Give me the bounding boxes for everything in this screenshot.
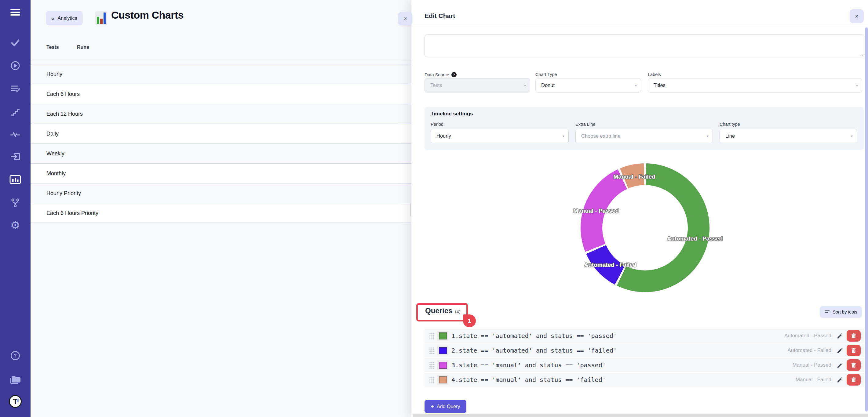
bottom-scrollbar-track[interactable] — [413, 414, 868, 417]
drag-handle-icon[interactable] — [429, 347, 434, 354]
description-textarea[interactable] — [425, 34, 864, 57]
query-label: Manual - Failed — [796, 377, 831, 383]
chevron-down-icon: ▾ — [707, 134, 709, 138]
page-title: Custom Charts — [111, 9, 184, 21]
app-sidebar: ⚙ ? T — [0, 0, 31, 417]
query-text: 1.state == 'automated' and status == 'pa… — [452, 332, 617, 340]
list-item-daily[interactable]: Daily — [31, 124, 413, 143]
tab-runs[interactable]: Runs — [77, 44, 89, 50]
help-badge-icon[interactable]: ? — [452, 72, 457, 77]
list-item-hourly-priority[interactable]: Hourly Priority — [31, 183, 413, 203]
edit-query-icon[interactable] — [836, 347, 843, 354]
donut-label-manual-failed: Manual - Failed — [613, 173, 655, 180]
extra-line-select[interactable]: Choose extra line ▾ — [576, 129, 713, 143]
play-circle-icon[interactable] — [0, 61, 31, 70]
close-icon: × — [403, 15, 407, 22]
edit-chart-drawer: Edit Chart × Data Source ? Chart Type La… — [411, 0, 868, 417]
query-color-swatch[interactable] — [437, 331, 448, 341]
folder-icon[interactable] — [0, 374, 31, 385]
queries-heading: Queries(4) — [425, 307, 461, 315]
chevron-down-icon: ▾ — [635, 83, 637, 88]
timeline-chart-type-label: Chart type — [719, 122, 740, 127]
data-source-label: Data Source ? — [425, 72, 457, 77]
donut-label-manual-passed: Manual - Passed — [574, 207, 619, 214]
plus-icon: + — [431, 403, 434, 410]
sort-by-tests-button[interactable]: Sort by tests — [820, 306, 862, 318]
trash-icon — [851, 333, 856, 339]
tab-tests[interactable]: Tests — [46, 44, 59, 50]
query-text: 4.state == 'manual' and status == 'faile… — [452, 376, 606, 383]
query-row[interactable]: 3.state == 'manual' and status == 'passe… — [425, 358, 864, 372]
donut-chart — [581, 163, 710, 292]
timeline-chart-type-select[interactable]: Line ▾ — [719, 129, 857, 143]
trash-icon — [851, 362, 856, 368]
labels-label: Labels — [648, 72, 661, 77]
donut-label-automated-failed: Automated - Failed — [584, 262, 636, 268]
branch-icon[interactable] — [0, 198, 31, 207]
edit-query-icon[interactable] — [836, 332, 843, 340]
queries-count: (4) — [455, 309, 460, 314]
delete-query-button[interactable] — [847, 345, 861, 356]
query-color-swatch[interactable] — [437, 346, 448, 355]
query-label: Automated - Passed — [784, 333, 831, 339]
query-label: Automated - Failed — [787, 347, 831, 353]
list-item-weekly[interactable]: Weekly — [31, 143, 413, 163]
trash-icon — [851, 348, 856, 353]
donut-hole — [602, 185, 688, 270]
steps-icon[interactable] — [0, 107, 31, 116]
back-label: Analytics — [58, 15, 77, 21]
close-icon: × — [855, 13, 859, 20]
data-source-select[interactable]: Tests ▾ — [425, 78, 530, 93]
drawer-scrollbar[interactable] — [865, 28, 868, 412]
query-row[interactable]: 2.state == 'automated' and status == 'fa… — [425, 344, 864, 357]
query-color-swatch[interactable] — [437, 360, 448, 370]
trash-icon — [851, 377, 856, 383]
sign-in-icon[interactable] — [0, 152, 31, 161]
logo-tick — [17, 399, 19, 402]
drag-handle-icon[interactable] — [429, 376, 434, 383]
chart-type-select[interactable]: Donut ▾ — [535, 78, 641, 93]
back-chevron-icon: « — [51, 15, 55, 22]
query-text: 3.state == 'manual' and status == 'passe… — [452, 361, 606, 369]
menu-icon[interactable] — [0, 8, 31, 17]
drag-handle-icon[interactable] — [429, 332, 434, 340]
query-row[interactable]: 4.state == 'manual' and status == 'faile… — [425, 373, 864, 387]
bar-chart-icon[interactable] — [0, 174, 31, 184]
delete-query-button[interactable] — [847, 374, 861, 386]
query-color-swatch[interactable] — [437, 375, 448, 385]
period-select[interactable]: Hourly ▾ — [431, 129, 569, 143]
delete-query-button[interactable] — [847, 359, 861, 371]
list-item-monthly[interactable]: Monthly — [31, 163, 413, 183]
pulse-icon[interactable] — [0, 130, 31, 138]
list-item-hourly[interactable]: Hourly — [31, 64, 413, 84]
edit-query-icon[interactable] — [836, 376, 843, 383]
timeline-settings-card: Timeline settings Period Extra Line Char… — [425, 107, 864, 150]
drawer-close-left-button[interactable]: × — [398, 12, 412, 25]
check-icon[interactable] — [0, 38, 31, 47]
drawer-header-divider — [411, 26, 868, 26]
logo[interactable]: T — [0, 395, 31, 408]
chevron-down-icon: ▾ — [856, 83, 858, 88]
svg-text:?: ? — [14, 353, 17, 358]
list-item-each-6-hours[interactable]: Each 6 Hours — [31, 84, 413, 104]
gear-icon[interactable]: ⚙ — [0, 220, 31, 231]
list-check-icon[interactable] — [0, 84, 31, 93]
add-query-button[interactable]: + Add Query — [425, 400, 466, 413]
chevron-down-icon: ▾ — [563, 134, 564, 138]
labels-select[interactable]: Titles ▾ — [648, 78, 862, 93]
back-to-analytics-button[interactable]: « Analytics — [46, 11, 83, 25]
extra-line-label: Extra Line — [576, 122, 595, 127]
drawer-title: Edit Chart — [425, 12, 455, 20]
delete-query-button[interactable] — [847, 330, 861, 342]
query-row[interactable]: 1.state == 'automated' and status == 'pa… — [425, 329, 864, 343]
annotation-badge: 1 — [463, 314, 476, 327]
query-text: 2.state == 'automated' and status == 'fa… — [452, 347, 617, 354]
drawer-close-button[interactable]: × — [850, 9, 864, 23]
custom-charts-panel: « Analytics Custom Charts Tests Runs Hou… — [31, 0, 413, 417]
list-item-each-6-hours-priority[interactable]: Each 6 Hours Priority — [31, 203, 413, 223]
list-item-each-12-hours[interactable]: Each 12 Hours — [31, 104, 413, 124]
sort-icon — [824, 310, 830, 314]
drag-handle-icon[interactable] — [429, 361, 434, 369]
edit-query-icon[interactable] — [836, 361, 843, 369]
help-icon[interactable]: ? — [0, 350, 31, 361]
